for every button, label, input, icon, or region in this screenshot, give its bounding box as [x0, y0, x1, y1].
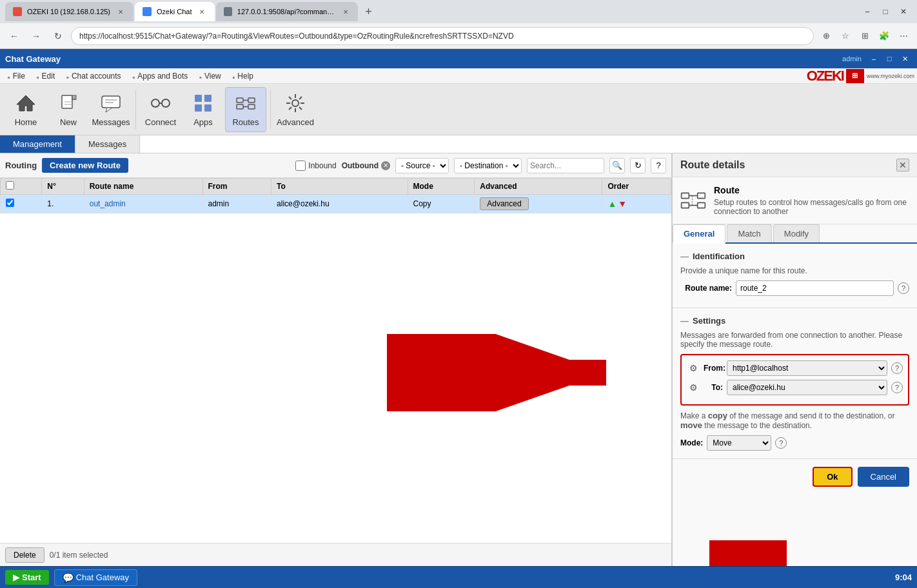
browser-maximize[interactable]: □ — [877, 3, 894, 20]
col-to: To — [271, 179, 408, 195]
svg-point-11 — [152, 99, 159, 107]
bookmark-btn[interactable]: ☆ — [837, 28, 854, 44]
toolbar-messages[interactable]: Messages — [90, 87, 132, 132]
toolbar-apps[interactable]: Apps — [182, 87, 224, 132]
select-all-checkbox[interactable] — [6, 181, 14, 190]
mode-help[interactable]: ? — [775, 437, 787, 449]
toolbar-advanced[interactable]: Advanced — [275, 87, 316, 132]
menu-apps-bots[interactable]: Apps and Bots — [128, 70, 193, 82]
tab-label-1: OZEKI 10 (192.168.0.125) — [27, 8, 110, 15]
browser-minimize[interactable]: – — [859, 3, 876, 20]
more-btn[interactable]: ⋯ — [895, 28, 912, 44]
to-select[interactable]: alice@ozeki.hu — [727, 380, 887, 395]
route-name-input[interactable] — [736, 280, 894, 296]
col-from: From — [202, 179, 271, 195]
browser-tab-2[interactable]: Ozeki Chat ✕ — [135, 2, 215, 21]
tab-general[interactable]: General — [673, 224, 725, 244]
tab-modify[interactable]: Modify — [773, 224, 820, 242]
tab-management[interactable]: Management — [0, 135, 75, 153]
back-button[interactable]: ← — [5, 27, 23, 45]
advanced-icon — [284, 92, 307, 115]
selected-count: 0/1 item selected — [50, 551, 108, 560]
row-mode: Copy — [408, 195, 475, 213]
address-bar: ← → ↻ https://localhost:9515/Chat+Gatewa… — [0, 23, 917, 49]
advanced-button[interactable]: Advanced — [480, 197, 528, 210]
tab-match[interactable]: Match — [727, 224, 771, 242]
tab-close-3[interactable]: ✕ — [341, 6, 350, 17]
col-order: Order — [602, 179, 671, 195]
split-view-btn[interactable]: ⊞ — [856, 28, 873, 44]
source-dropdown[interactable]: - Source - — [395, 158, 449, 173]
search-button[interactable]: 🔍 — [609, 158, 625, 173]
app-maximize[interactable]: □ — [882, 52, 896, 66]
to-help[interactable]: ? — [891, 382, 903, 393]
menu-chat-accounts[interactable]: Chat accounts — [61, 70, 126, 82]
inbound-checkbox[interactable] — [295, 161, 306, 171]
svg-rect-20 — [237, 104, 243, 109]
browser-tab-3[interactable]: 127.0.0.1:9508/api?command=Se... ✕ — [216, 2, 358, 21]
route-details-close-button[interactable]: ✕ — [896, 159, 909, 172]
read-mode-btn[interactable]: ⊕ — [818, 28, 834, 44]
start-button[interactable]: ▶ Start — [5, 570, 49, 585]
url-bar[interactable]: https://localhost:9515/Chat+Gateway/?a=R… — [71, 27, 814, 45]
svg-rect-15 — [204, 95, 212, 102]
browser-close[interactable]: ✕ — [895, 3, 912, 20]
col-name: Route name — [84, 179, 202, 195]
tab-favicon-2 — [143, 7, 152, 16]
svg-rect-14 — [195, 95, 202, 102]
mode-select[interactable]: Move Copy — [707, 435, 771, 451]
help-button[interactable]: ? — [651, 158, 666, 173]
new-tab-button[interactable]: + — [359, 3, 377, 21]
search-input[interactable] — [527, 158, 604, 173]
toolbar-routes-label: Routes — [232, 117, 259, 127]
from-select[interactable]: http1@localhost — [727, 360, 887, 376]
arrow-down[interactable]: ▼ — [618, 199, 627, 209]
gateway-status-button[interactable]: 💬 Chat Gateway — [54, 569, 137, 586]
tab-close-1[interactable]: ✕ — [115, 6, 126, 17]
copy-move-text: Make a copy of the message and send it t… — [680, 411, 909, 430]
tab-messages[interactable]: Messages — [75, 135, 140, 153]
extensions-btn[interactable]: 🧩 — [876, 28, 892, 44]
menu-view[interactable]: View — [194, 70, 226, 82]
row-checkbox[interactable] — [6, 199, 14, 207]
table-row[interactable]: 1. out_admin admin alice@ozeki.hu Copy A… — [1, 195, 671, 213]
create-route-button[interactable]: Create new Route — [42, 158, 128, 173]
menu-file[interactable]: File — [3, 70, 30, 82]
action-row: Ok Cancel — [673, 459, 917, 495]
app-minimize[interactable]: – — [867, 52, 881, 66]
menu-edit[interactable]: Edit — [32, 70, 60, 82]
outbound-clear[interactable]: ✕ — [381, 161, 390, 170]
app-win-controls: – □ ✕ — [867, 52, 912, 66]
app-menubar: File Edit Chat accounts Apps and Bots Vi… — [0, 68, 917, 84]
row-check — [1, 195, 42, 213]
col-num: N° — [42, 179, 84, 195]
route-title: Route — [714, 185, 909, 195]
app-close[interactable]: ✕ — [898, 52, 912, 66]
delete-button[interactable]: Delete — [5, 547, 44, 563]
reload-button[interactable]: ↻ — [49, 27, 67, 45]
menu-help[interactable]: Help — [228, 70, 259, 82]
forward-button[interactable]: → — [27, 27, 45, 45]
ok-button[interactable]: Ok — [813, 467, 852, 487]
svg-rect-17 — [204, 104, 212, 112]
arrow-up[interactable]: ▲ — [607, 199, 616, 209]
route-name-label: Route name: — [680, 284, 732, 293]
cancel-button[interactable]: Cancel — [858, 467, 909, 487]
toolbar-connect[interactable]: Connect — [140, 87, 181, 132]
svg-line-29 — [289, 97, 291, 99]
inbound-label: Inbound — [308, 161, 336, 170]
refresh-button[interactable]: ↻ — [630, 158, 646, 173]
toolbar-routes[interactable]: Routes — [225, 87, 266, 132]
route-name-help[interactable]: ? — [898, 282, 909, 294]
route-details-title: Route details — [680, 159, 745, 171]
toolbar-new[interactable]: New — [48, 87, 89, 132]
tab-close-2[interactable]: ✕ — [197, 6, 207, 17]
gateway-label: Chat Gateway — [76, 573, 129, 582]
routes-table: N° Route name From To Mode Advanced Orde… — [0, 178, 671, 213]
browser-tab-1[interactable]: OZEKI 10 (192.168.0.125) ✕ — [5, 2, 133, 21]
svg-rect-38 — [698, 193, 705, 198]
toolbar-home[interactable]: Home — [5, 87, 46, 132]
messages-icon — [99, 92, 123, 115]
from-help[interactable]: ? — [891, 362, 903, 374]
destination-dropdown[interactable]: - Destination - — [454, 158, 522, 173]
